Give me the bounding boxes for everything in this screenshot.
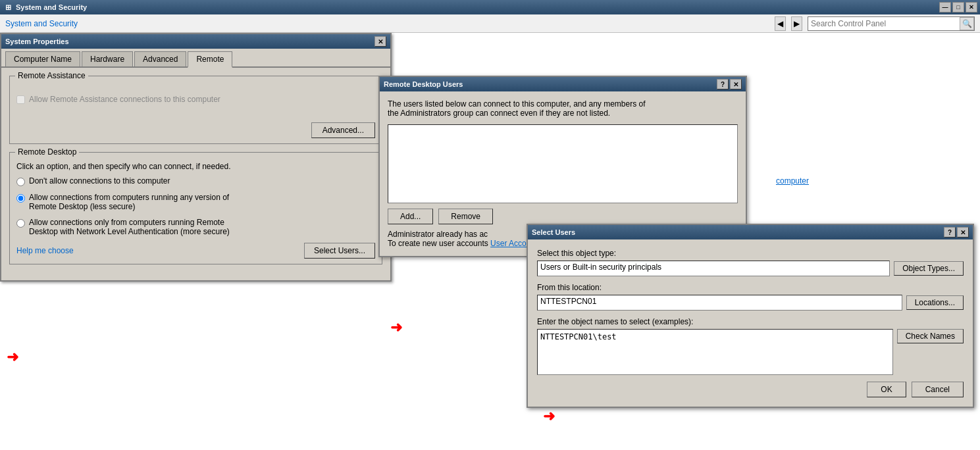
rdu-help-button[interactable]: ? (717, 79, 729, 89)
sys-props-content: Remote Assistance Allow Remote Assistanc… (1, 68, 390, 280)
su-close-button[interactable]: ✕ (957, 227, 969, 238)
search-area: ◀ ▶ 🔍 (769, 14, 980, 33)
minimize-button[interactable]: — (939, 2, 951, 12)
object-type-inner: Users or Built-in security principals Ob… (537, 261, 964, 276)
title-bar-text: System and Security (16, 3, 87, 11)
rdu-action-row: Add... Remove (388, 209, 738, 224)
object-type-textbox: Users or Built-in security principals (537, 261, 890, 276)
allow-assistance-checkbox[interactable] (16, 95, 25, 104)
su-title-bar: Select Users ? ✕ (528, 225, 973, 239)
su-bottom-row: OK Cancel (537, 382, 964, 397)
names-textarea[interactable] (537, 329, 893, 375)
search-button[interactable]: 🔍 (960, 17, 974, 30)
remove-button[interactable]: Remove (438, 209, 493, 224)
radio-allow-nla-input[interactable] (16, 219, 25, 228)
sys-props-title: System Properties (5, 38, 69, 45)
location-inner: NTTESTPCN01 Locations... (537, 295, 964, 311)
close-button[interactable]: ✕ (966, 2, 977, 12)
main-title-bar: ⊞ System and Security — □ ✕ (0, 0, 980, 14)
assistance-advanced-button[interactable]: Advanced... (311, 122, 375, 138)
computer-link[interactable]: computer (776, 176, 809, 186)
tab-advanced[interactable]: Advanced (134, 51, 186, 66)
sys-props-close[interactable]: ✕ (374, 36, 386, 47)
radio-dont-allow-label: Don't allow connections to this computer (29, 176, 170, 186)
names-row: Enter the object names to select (exampl… (537, 317, 964, 375)
radio-allow-nla: Allow connections only from computers ru… (16, 218, 375, 236)
remote-assistance-group: Remote Assistance Allow Remote Assistanc… (9, 76, 382, 144)
check-names-button[interactable]: Check Names (897, 329, 964, 343)
rdu-close-button[interactable]: ✕ (730, 79, 742, 89)
su-content: Select this object type: Users or Built-… (528, 239, 973, 407)
location-label: From this location: (537, 283, 964, 292)
rdu-dialog-buttons: ? ✕ (717, 79, 742, 89)
sys-props-title-bar: System Properties ✕ (1, 34, 390, 49)
breadcrumb-text[interactable]: System and Security (5, 19, 78, 28)
su-cancel-button[interactable]: Cancel (912, 382, 964, 397)
su-help-button[interactable]: ? (944, 227, 956, 238)
windows-icon: ⊞ (3, 2, 13, 12)
allow-assistance-label: Allow Remote Assistance connections to t… (29, 95, 220, 104)
names-label: Enter the object names to select (exampl… (537, 317, 964, 326)
names-inner: Check Names (537, 329, 964, 375)
remote-desktop-desc: Click an option, and then specify who ca… (16, 162, 375, 171)
forward-button[interactable]: ▶ (791, 16, 802, 31)
add-button[interactable]: Add... (388, 209, 433, 224)
tab-computer-name[interactable]: Computer Name (5, 51, 80, 66)
location-row: From this location: NTTESTPCN01 Location… (537, 283, 964, 311)
remote-desktop-title: Remote Desktop (15, 147, 79, 157)
remote-desktop-group: Remote Desktop Click an option, and then… (9, 152, 382, 264)
su-ok-button[interactable]: OK (867, 382, 906, 397)
select-users-dialog: Select Users ? ✕ Select this object type… (527, 224, 974, 408)
radio-allow-any-input[interactable] (16, 194, 25, 203)
radio-dont-allow-input[interactable] (16, 178, 25, 186)
search-input[interactable] (808, 18, 960, 30)
radio-dont-allow: Don't allow connections to this computer (16, 176, 375, 186)
system-properties-window: System Properties ✕ Computer Name Hardwa… (0, 33, 392, 282)
tab-remote[interactable]: Remote (188, 51, 232, 68)
radio-allow-any: Allow connections from computers running… (16, 193, 375, 211)
back-button[interactable]: ◀ (775, 16, 786, 31)
object-type-label: Select this object type: (537, 249, 964, 258)
tab-bar: Computer Name Hardware Advanced Remote (1, 49, 390, 68)
radio-allow-nla-label: Allow connections only from computers ru… (29, 218, 230, 236)
search-box: 🔍 (808, 16, 975, 31)
remote-assistance-title: Remote Assistance (15, 71, 88, 80)
locations-button[interactable]: Locations... (906, 295, 964, 310)
users-listbox[interactable] (388, 124, 738, 203)
object-type-row: Select this object type: Users or Built-… (537, 249, 964, 276)
select-users-button[interactable]: Select Users... (304, 243, 375, 259)
help-me-choose-link[interactable]: Help me choose (16, 246, 74, 255)
allow-assistance-row: Allow Remote Assistance connections to t… (16, 95, 375, 104)
title-bar-buttons: — □ ✕ (939, 2, 977, 12)
object-types-button[interactable]: Object Types... (894, 261, 964, 276)
maximize-button[interactable]: □ (952, 2, 964, 12)
rdu-description: The users listed below can connect to th… (388, 99, 738, 118)
tab-hardware[interactable]: Hardware (82, 51, 133, 66)
su-title: Select Users (532, 228, 575, 236)
rdu-title: Remote Desktop Users (384, 80, 463, 88)
radio-allow-any-label: Allow connections from computers running… (29, 193, 229, 211)
location-textbox: NTTESTPCN01 (537, 295, 902, 311)
rdu-title-bar: Remote Desktop Users ? ✕ (380, 77, 746, 91)
